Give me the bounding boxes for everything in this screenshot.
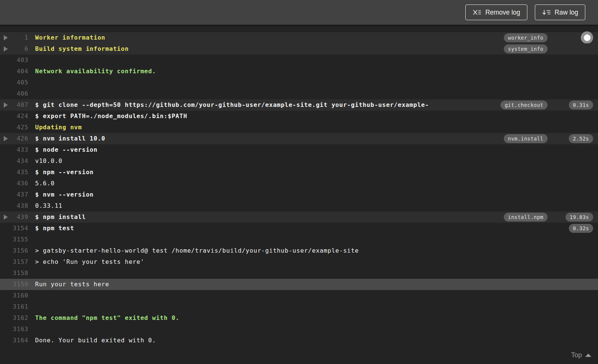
line-number[interactable]: 3155 (0, 234, 28, 245)
log-text: $ npm test (35, 223, 542, 234)
line-number[interactable]: 404 (0, 66, 28, 77)
fold-tag-badge: install.npm (504, 213, 548, 222)
scroll-indicator[interactable] (581, 31, 593, 44)
log-text: $ npm install (35, 212, 542, 223)
log-text: Build system information (35, 43, 542, 55)
line-number[interactable]: 3156 (0, 245, 28, 256)
log-text: 5.6.0 (35, 178, 542, 189)
raw-log-icon (542, 9, 551, 16)
log-text: $ nvm install 10.0 (35, 133, 542, 144)
duration-badge: 19.83s (565, 213, 593, 222)
line-number[interactable]: 435 (0, 167, 28, 178)
log-line: 3157> echo 'Run your tests here' (0, 256, 598, 268)
line-number[interactable]: 407 (0, 99, 28, 111)
log-text: v10.0.0 (35, 155, 542, 167)
log-line: 3161 (0, 301, 598, 312)
line-number[interactable]: 438 (0, 200, 28, 212)
log-text: $ npm --version (35, 167, 542, 178)
line-number[interactable]: 439 (0, 212, 28, 223)
log-line: 407$ git clone --depth=50 https://github… (0, 99, 598, 111)
raw-log-button[interactable]: Raw log (535, 4, 585, 20)
log-text: Run your tests here (35, 279, 542, 290)
log-text: $ git clone --depth=50 https://github.co… (35, 99, 542, 111)
log-line: 4380.33.11 (0, 200, 598, 212)
log-text: > gatsby-starter-hello-world@ test /home… (35, 245, 542, 256)
line-number[interactable]: 424 (0, 111, 28, 122)
remove-log-button[interactable]: Remove log (465, 4, 527, 20)
duration-badge: 2.52s (569, 134, 593, 143)
line-number[interactable]: 1 (0, 32, 28, 43)
line-number[interactable]: 3164 (0, 335, 28, 346)
line-number[interactable]: 3162 (0, 312, 28, 324)
line-number[interactable]: 434 (0, 155, 28, 167)
scroll-to-top-link[interactable]: Top (571, 351, 591, 359)
line-number[interactable]: 3157 (0, 256, 28, 268)
log-line: 426$ nvm install 10.0nvm.install2.52s (0, 133, 598, 144)
log-text: Worker information (35, 32, 542, 43)
log-line: 439$ npm installinstall.npm19.83s (0, 212, 598, 223)
fold-tag-badge: system_info (504, 44, 548, 53)
log-text: Network availability confirmed. (35, 66, 542, 77)
log-line: 4365.6.0 (0, 178, 598, 189)
log-line: 3158 (0, 268, 598, 279)
log-toolbar: Remove log Raw log (0, 0, 598, 25)
log-line: 433$ node --version (0, 144, 598, 155)
fold-tag-badge: worker_info (504, 33, 548, 42)
log-line: 435$ npm --version (0, 167, 598, 178)
duration-badge: 0.31s (569, 101, 593, 109)
line-number[interactable]: 405 (0, 77, 28, 88)
line-number[interactable]: 426 (0, 133, 28, 144)
duration-badge: 0.32s (569, 224, 593, 233)
line-number[interactable]: 406 (0, 88, 28, 99)
fold-tag-badge: git.checkout (500, 101, 548, 109)
log-lines: 1Worker informationworker_info6Build sys… (0, 32, 598, 346)
line-number[interactable]: 436 (0, 178, 28, 189)
line-number[interactable]: 3163 (0, 324, 28, 335)
log-line: 3155 (0, 234, 598, 245)
log-line: 1Worker informationworker_info (0, 32, 598, 43)
log-line: 6Build system informationsystem_info (0, 43, 598, 55)
log-line: 437$ nvm --version (0, 189, 598, 200)
remove-log-icon (472, 9, 481, 16)
log-line: 3164Done. Your build exited with 0. (0, 335, 598, 346)
raw-log-label: Raw log (555, 9, 578, 16)
log-footer: Top (0, 346, 598, 364)
line-number[interactable]: 403 (0, 55, 28, 66)
log-line: 3160 (0, 290, 598, 301)
log-text: 0.33.11 (35, 200, 542, 212)
fold-tag-badge: nvm.install (504, 134, 548, 143)
line-number[interactable]: 6 (0, 43, 28, 55)
line-number[interactable]: 437 (0, 189, 28, 200)
log-line: 406 (0, 88, 598, 99)
log-text: The command "npm test" exited with 0. (35, 312, 542, 324)
log-line: 403 (0, 55, 598, 66)
line-number[interactable]: 3161 (0, 301, 28, 312)
log-line: 425Updating nvm (0, 122, 598, 133)
log-text: $ node --version (35, 144, 542, 155)
log-line: 3163 (0, 324, 598, 335)
log-text: > echo 'Run your tests here' (35, 256, 542, 268)
line-number[interactable]: 3159 (0, 279, 28, 290)
log-text: $ export PATH=./node_modules/.bin:$PATH (35, 111, 542, 122)
line-number[interactable]: 3158 (0, 268, 28, 279)
log-line: 404Network availability confirmed. (0, 66, 598, 77)
build-log: 1Worker informationworker_info6Build sys… (0, 26, 598, 364)
log-line: 405 (0, 77, 598, 88)
log-line: 3154$ npm test0.32s (0, 223, 598, 234)
log-text: Updating nvm (35, 122, 542, 133)
log-line: 434v10.0.0 (0, 155, 598, 167)
log-line: 424$ export PATH=./node_modules/.bin:$PA… (0, 111, 598, 122)
top-link-label: Top (571, 351, 582, 359)
chevron-up-icon (585, 354, 591, 357)
remove-log-label: Remove log (485, 9, 520, 16)
line-number[interactable]: 425 (0, 122, 28, 133)
log-line: 3156> gatsby-starter-hello-world@ test /… (0, 245, 598, 256)
log-line: 3159Run your tests here (0, 279, 598, 290)
line-number[interactable]: 3154 (0, 223, 28, 234)
scroll-indicator-dot (584, 34, 591, 41)
line-number[interactable]: 3160 (0, 290, 28, 301)
log-text: $ nvm --version (35, 189, 542, 200)
log-line: 3162The command "npm test" exited with 0… (0, 312, 598, 324)
line-number[interactable]: 433 (0, 144, 28, 155)
log-text: Done. Your build exited with 0. (35, 335, 542, 346)
